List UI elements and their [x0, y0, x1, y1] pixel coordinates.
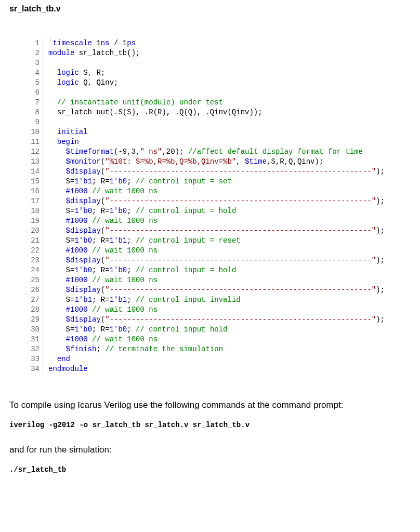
code-content: #1000 // wait 1000 ns [48, 305, 411, 315]
code-content: initial [48, 127, 411, 137]
code-content: #1000 // wait 1000 ns [48, 216, 411, 226]
code-content: S=1'b0; R=1'b0; // control input = hold [48, 206, 411, 216]
line-number: 4 [24, 68, 43, 78]
line-number: 15 [24, 177, 43, 187]
code-content: #1000 // wait 1000 ns [48, 187, 411, 196]
code-content: S=1'b1; R=1'b1; // control input invalid [48, 295, 411, 305]
line-number: 34 [24, 364, 43, 374]
code-line: 11 begin [24, 137, 411, 147]
code-line: 28 #1000 // wait 1000 ns [24, 305, 411, 315]
code-line: 34endmodule [24, 364, 411, 374]
line-number: 30 [24, 325, 43, 335]
line-number: 20 [24, 226, 43, 236]
code-line: 1`timescale 1ns / 1ps [24, 38, 411, 48]
code-content: logic Q, Qinv; [48, 78, 411, 88]
code-line: 7 // instantiate unit(module) under test [24, 98, 411, 108]
code-content: S=1'b0; R=1'b1; // control input = reset [48, 236, 411, 246]
code-line: 14 $display("---------------------------… [24, 167, 411, 177]
line-number: 26 [24, 285, 43, 295]
code-content: S=1'b0; R=1'b0; // control input = hold [48, 265, 411, 275]
code-content: // instantiate unit(module) under test [48, 98, 411, 108]
code-content: $timeformat(-9,3," ns",20); //affect def… [48, 147, 411, 157]
code-line: 27 S=1'b1; R=1'b1; // control input inva… [24, 295, 411, 305]
file-name: sr_latch_tb.v [9, 0, 411, 18]
code-content: endmodule [48, 364, 411, 374]
code-content: #1000 // wait 1000 ns [48, 335, 411, 344]
code-line: 10 initial [24, 127, 411, 137]
compile-command: iverilog -g2012 -o sr_latch_tb sr_latch.… [9, 421, 411, 429]
code-line: 31 #1000 // wait 1000 ns [24, 335, 411, 344]
line-number: 11 [24, 137, 43, 147]
line-number: 13 [24, 157, 43, 167]
code-line: 12 $timeformat(-9,3," ns",20); //affect … [24, 147, 411, 157]
code-content: module sr_latch_tb(); [48, 48, 411, 58]
instruction-text-1: To compile using Icarus Verilog use the … [9, 400, 411, 410]
code-line: 20 $display("---------------------------… [24, 226, 411, 236]
code-line: 3 [24, 58, 411, 68]
line-number: 27 [24, 295, 43, 305]
code-content: #1000 // wait 1000 ns [48, 246, 411, 256]
line-number: 31 [24, 335, 43, 344]
code-line: 23 $display("---------------------------… [24, 256, 411, 265]
code-line: 15 S=1'b1; R=1'b0; // control input = se… [24, 177, 411, 187]
line-number: 25 [24, 275, 43, 285]
code-line: 6 [24, 88, 411, 98]
code-line: 2module sr_latch_tb(); [24, 48, 411, 58]
line-number: 9 [24, 117, 43, 127]
code-content: sr_latch uut(.S(S), .R(R), .Q(Q), .Qinv(… [48, 108, 411, 117]
code-line: 9 [24, 117, 411, 127]
code-line: 4 logic S, R; [24, 68, 411, 78]
code-content: $finish; // terminate the simulation [48, 344, 411, 354]
code-line: 5 logic Q, Qinv; [24, 78, 411, 88]
code-content: #1000 // wait 1000 ns [48, 275, 411, 285]
line-number: 6 [24, 88, 43, 98]
code-line: 30 S=1'b0; R=1'b0; // control input hold [24, 325, 411, 335]
code-content [48, 58, 411, 68]
code-content: logic S, R; [48, 68, 411, 78]
code-line: 18 S=1'b0; R=1'b0; // control input = ho… [24, 206, 411, 216]
line-number: 8 [24, 108, 43, 117]
code-line: 21 S=1'b0; R=1'b1; // control input = re… [24, 236, 411, 246]
instruction-text-2: and for run the simulation: [9, 445, 411, 455]
code-line: 32 $finish; // terminate the simulation [24, 344, 411, 354]
line-number: 2 [24, 48, 43, 58]
line-number: 16 [24, 187, 43, 196]
code-content: `timescale 1ns / 1ps [48, 38, 411, 48]
code-content [48, 88, 411, 98]
code-content: S=1'b0; R=1'b0; // control input hold [48, 325, 411, 335]
code-line: 26 $display("---------------------------… [24, 285, 411, 295]
code-content: S=1'b1; R=1'b0; // control input = set [48, 177, 411, 187]
line-number: 14 [24, 167, 43, 177]
code-line: 24 S=1'b0; R=1'b0; // control input = ho… [24, 265, 411, 275]
line-number: 19 [24, 216, 43, 226]
run-command: ./sr_latch_tb [9, 466, 411, 474]
code-line: 33 end [24, 354, 411, 364]
line-number: 5 [24, 78, 43, 88]
line-number: 7 [24, 98, 43, 108]
line-number: 21 [24, 236, 43, 246]
line-number: 29 [24, 315, 43, 325]
code-line: 8 sr_latch uut(.S(S), .R(R), .Q(Q), .Qin… [24, 108, 411, 117]
line-number: 28 [24, 305, 43, 315]
line-number: 18 [24, 206, 43, 216]
code-line: 19 #1000 // wait 1000 ns [24, 216, 411, 226]
code-line: 25 #1000 // wait 1000 ns [24, 275, 411, 285]
line-number: 12 [24, 147, 43, 157]
line-number: 17 [24, 196, 43, 206]
code-line: 17 $display("---------------------------… [24, 196, 411, 206]
code-line: 16 #1000 // wait 1000 ns [24, 187, 411, 196]
code-content: end [48, 354, 411, 364]
code-line: 29 $display("---------------------------… [24, 315, 411, 325]
code-block: 1`timescale 1ns / 1ps2module sr_latch_tb… [9, 38, 411, 374]
code-content: $display("------------------------------… [48, 226, 411, 236]
code-content: $display("------------------------------… [48, 285, 411, 295]
line-number: 24 [24, 265, 43, 275]
code-content: begin [48, 137, 411, 147]
line-number: 23 [24, 256, 43, 265]
code-content: $monitor("%10t: S=%b,R=%b,Q=%b,Qinv=%b",… [48, 157, 411, 167]
code-content: $display("------------------------------… [48, 315, 411, 325]
line-number: 1 [24, 38, 43, 48]
code-content: $display("------------------------------… [48, 256, 411, 265]
code-content: $display("------------------------------… [48, 167, 411, 177]
code-content: $display("------------------------------… [48, 196, 411, 206]
